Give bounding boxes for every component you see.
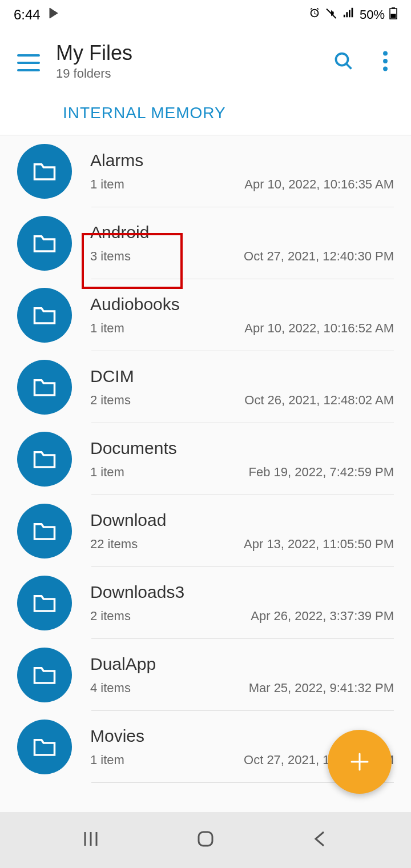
folder-name: Android (90, 223, 394, 242)
item-count: 2 items (90, 609, 131, 624)
menu-button[interactable] (17, 54, 40, 71)
folder-name: Audiobooks (90, 295, 394, 314)
status-right: 50% (308, 7, 397, 23)
folder-name: Alarms (90, 151, 394, 170)
folder-row-dualapp[interactable]: DualApp 4 items Mar 25, 2022, 9:41:32 PM (0, 639, 411, 711)
status-bar: 6:44 50% (0, 0, 411, 30)
folder-icon (17, 216, 72, 271)
file-info: Download 22 items Apr 13, 2022, 11:05:50… (90, 511, 394, 552)
signal-icon (342, 7, 355, 23)
item-count: 2 items (90, 393, 131, 408)
item-count: 1 item (90, 465, 124, 480)
folder-row-audiobooks[interactable]: Audiobooks 1 item Apr 10, 2022, 10:16:52… (0, 279, 411, 351)
folder-name: Documents (90, 439, 394, 458)
item-date: Apr 10, 2022, 10:16:35 AM (244, 177, 394, 192)
folder-icon (17, 576, 72, 630)
item-count: 4 items (90, 681, 131, 696)
folder-row-dcim[interactable]: DCIM 2 items Oct 26, 2021, 12:48:02 AM (0, 351, 411, 423)
page-title: My Files (56, 41, 317, 65)
file-info: DualApp 4 items Mar 25, 2022, 9:41:32 PM (90, 654, 394, 696)
folder-row-alarms[interactable]: Alarms 1 item Apr 10, 2022, 10:16:35 AM (0, 135, 411, 207)
alarm-icon (308, 7, 321, 23)
svg-point-5 (383, 59, 388, 63)
item-count: 1 item (90, 177, 124, 192)
folder-name: Downloads3 (90, 582, 394, 602)
svg-point-3 (336, 54, 348, 66)
status-time: 6:44 (14, 7, 41, 23)
home-button[interactable] (195, 829, 216, 851)
svg-point-6 (383, 67, 388, 71)
folder-icon (17, 648, 72, 702)
item-count: 22 items (90, 537, 138, 552)
folder-row-android[interactable]: Android 3 items Oct 27, 2021, 12:40:30 P… (0, 207, 411, 279)
item-count: 1 item (90, 753, 124, 767)
more-button[interactable] (382, 51, 388, 71)
battery-text: 50% (360, 7, 385, 22)
folder-row-download[interactable]: Download 22 items Apr 13, 2022, 11:05:50… (0, 495, 411, 567)
folder-icon (17, 360, 72, 415)
file-info: DCIM 2 items Oct 26, 2021, 12:48:02 AM (90, 367, 394, 408)
svg-rect-2 (391, 14, 396, 18)
back-button[interactable] (311, 830, 329, 850)
folder-row-downloads3[interactable]: Downloads3 2 items Apr 26, 2022, 3:37:39… (0, 567, 411, 639)
navigation-bar (0, 812, 411, 868)
folder-icon (17, 144, 72, 199)
folder-row-documents[interactable]: Documents 1 item Feb 19, 2022, 7:42:59 P… (0, 423, 411, 495)
folder-icon (17, 288, 72, 343)
play-store-icon (49, 7, 60, 23)
svg-rect-7 (199, 832, 212, 846)
app-header: My Files 19 folders (0, 30, 411, 87)
item-count: 1 item (90, 321, 124, 336)
header-title-group: My Files 19 folders (56, 41, 317, 81)
file-info: Documents 1 item Feb 19, 2022, 7:42:59 P… (90, 439, 394, 480)
item-date: Oct 27, 2021, 12:40:30 PM (244, 249, 394, 264)
file-info: Downloads3 2 items Apr 26, 2022, 3:37:39… (90, 582, 394, 624)
folder-icon (17, 720, 72, 774)
recents-button[interactable] (82, 830, 100, 850)
item-date: Apr 26, 2022, 3:37:39 PM (251, 609, 394, 624)
item-date: Feb 19, 2022, 7:42:59 PM (249, 465, 394, 480)
folder-name: DCIM (90, 367, 394, 386)
status-left: 6:44 (14, 7, 60, 23)
folder-name: Download (90, 511, 394, 530)
folder-icon (17, 432, 72, 487)
header-actions (333, 51, 388, 71)
file-info: Alarms 1 item Apr 10, 2022, 10:16:35 AM (90, 151, 394, 192)
battery-icon (389, 7, 397, 23)
plus-icon (347, 749, 372, 774)
svg-point-4 (383, 51, 388, 56)
add-button[interactable] (328, 730, 392, 794)
search-button[interactable] (333, 51, 354, 71)
folder-name: DualApp (90, 654, 394, 674)
folder-icon (17, 504, 72, 558)
file-info: Audiobooks 1 item Apr 10, 2022, 10:16:52… (90, 295, 394, 336)
item-date: Mar 25, 2022, 9:41:32 PM (249, 681, 394, 696)
item-date: Apr 13, 2022, 11:05:50 PM (244, 537, 394, 552)
item-count: 3 items (90, 249, 131, 264)
page-subtitle: 19 folders (56, 66, 317, 81)
file-list: Alarms 1 item Apr 10, 2022, 10:16:35 AM … (0, 135, 411, 783)
item-date: Apr 10, 2022, 10:16:52 AM (244, 321, 394, 336)
tab-internal-memory[interactable]: INTERNAL MEMORY (63, 104, 226, 122)
svg-rect-1 (392, 7, 395, 9)
file-info: Android 3 items Oct 27, 2021, 12:40:30 P… (90, 223, 394, 264)
mute-icon (325, 7, 338, 23)
item-date: Oct 26, 2021, 12:48:02 AM (244, 393, 394, 408)
tab-bar: INTERNAL MEMORY (0, 87, 411, 135)
